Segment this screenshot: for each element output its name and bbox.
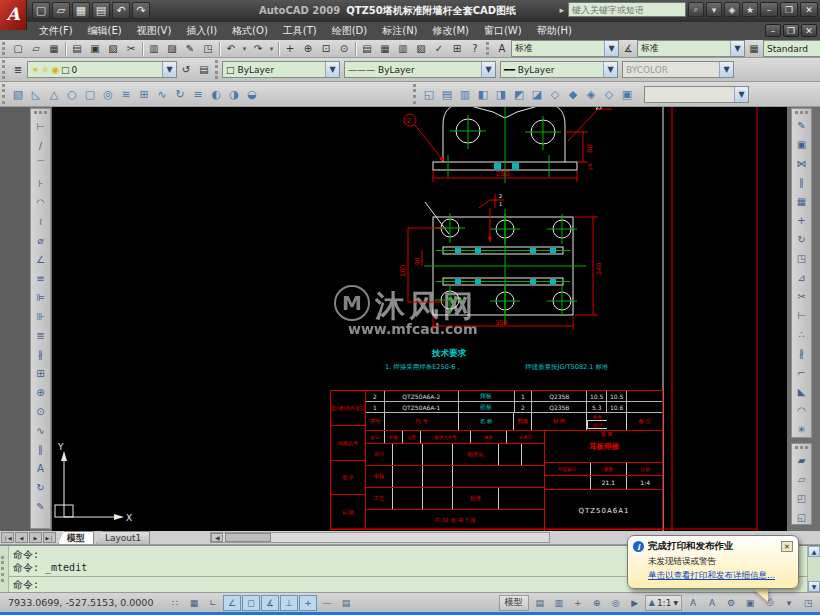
view-se-iso-icon[interactable]: ◆	[564, 86, 582, 102]
combo-arrow-icon[interactable]: ▼	[730, 41, 744, 56]
plot-button[interactable]: ▤	[68, 41, 86, 57]
doc-restore-button[interactable]: ❐	[783, 24, 799, 37]
layer-lock-icon[interactable]: ◉	[51, 65, 59, 75]
view-front-icon[interactable]: ◩	[510, 86, 528, 102]
sheet-set-manager-button[interactable]: ▧	[412, 41, 430, 57]
aligned-dimension-button[interactable]: ∕	[31, 136, 50, 155]
publish-button[interactable]: ▧	[104, 41, 122, 57]
tray-arrow-icon[interactable]: ▾	[780, 595, 798, 611]
plot-icon[interactable]: ▤	[92, 2, 110, 19]
bring-above-button[interactable]: ◰	[792, 489, 811, 508]
linear-dimension-button[interactable]: ⊢	[31, 117, 50, 136]
zoom-tool-button[interactable]: ⊕	[588, 595, 606, 611]
menu-item[interactable]: 修改(M)	[426, 22, 476, 40]
jogged-button[interactable]: ≀	[31, 212, 50, 231]
redo-icon[interactable]: ↷	[132, 2, 150, 19]
dyn-toggle[interactable]: +	[299, 595, 317, 611]
properties-button[interactable]: ▤	[358, 41, 376, 57]
menu-item[interactable]: 格式(O)	[225, 22, 275, 40]
tab-nav-button[interactable]: ▶❘	[43, 532, 56, 543]
menu-item[interactable]: 工具(T)	[276, 22, 324, 40]
tab-nav-button[interactable]: ❘◀	[1, 532, 14, 543]
doc-close-button[interactable]: ✕	[801, 24, 817, 37]
trim-button[interactable]: ✂	[792, 287, 811, 306]
undo-arrow[interactable]: ▾	[240, 41, 249, 57]
layer-freeze-sun-icon[interactable]: ☼	[41, 65, 49, 75]
extend-button[interactable]: ⊢	[792, 306, 811, 325]
layer-manager-icon[interactable]: ≣	[9, 62, 27, 78]
favorites-star-icon[interactable]: ★	[742, 2, 758, 17]
clean-screen-button[interactable]: ◳	[799, 595, 817, 611]
menu-item[interactable]: 编辑(E)	[81, 22, 129, 40]
fillet-button[interactable]: ◠	[792, 401, 811, 420]
view-left-icon[interactable]: ◧	[474, 86, 492, 102]
steering-wheel-button[interactable]: ◎	[607, 595, 625, 611]
menu-item[interactable]: 标注(N)	[375, 22, 424, 40]
grid-toggle[interactable]: ▦	[185, 595, 203, 611]
radius-button[interactable]: ◠	[31, 193, 50, 212]
combo-arrow-icon[interactable]: ▼	[603, 62, 617, 77]
dimension-text-edit-button[interactable]: A	[31, 459, 50, 478]
infocenter-search-input[interactable]	[568, 2, 686, 17]
arc-length-button[interactable]: ⌒	[31, 155, 50, 174]
copy-object-button[interactable]: ▣	[792, 135, 811, 154]
linetype-combo[interactable]: ———ByLayer▼	[344, 61, 496, 78]
rotate-button[interactable]: ↻	[792, 230, 811, 249]
toolbar-grip[interactable]	[2, 84, 7, 103]
annotation-auto-button[interactable]: A	[703, 595, 721, 611]
save-icon[interactable]: ▦	[72, 2, 90, 19]
open-icon[interactable]: ▱	[52, 2, 70, 19]
continue-button[interactable]: ⊪	[31, 307, 50, 326]
layer-previous-button[interactable]: ↺	[177, 62, 195, 78]
bring-to-front-button[interactable]: ▰	[792, 451, 811, 470]
named-views-icon[interactable]: ◱	[420, 86, 438, 102]
oblique-button[interactable]: ∥	[31, 440, 50, 459]
plot-preview-button[interactable]: ▣	[86, 41, 104, 57]
join-button[interactable]: ⌐	[792, 363, 811, 382]
save-button[interactable]: ▦	[45, 41, 63, 57]
dim-style-icon[interactable]: ∡	[619, 41, 637, 57]
union-icon[interactable]: ◐	[207, 86, 225, 102]
menu-item[interactable]: 插入(I)	[179, 22, 224, 40]
scroll-left-arrow[interactable]: ◀	[211, 533, 223, 542]
ordinate-button[interactable]: ⊦	[31, 174, 50, 193]
camera-icon[interactable]: ▣	[618, 86, 636, 102]
baseline-button[interactable]: ⊫	[31, 288, 50, 307]
markup-button[interactable]: ✓	[430, 41, 448, 57]
view-back-icon[interactable]: ◪	[528, 86, 546, 102]
show-motion-button[interactable]: ▶	[626, 595, 644, 611]
angular-button[interactable]: ∠	[31, 250, 50, 269]
search-icon[interactable]: ⌕	[688, 2, 704, 17]
diameter-button[interactable]: ⌀	[31, 231, 50, 250]
array-button[interactable]: ▦	[792, 192, 811, 211]
menu-item[interactable]: 帮助(H)	[530, 22, 579, 40]
horizontal-scrollbar[interactable]: ◀	[210, 532, 550, 543]
break-button[interactable]: ∦	[792, 344, 811, 363]
lineweight-combo[interactable]: ━━ByLayer▼	[500, 61, 618, 78]
infocenter-flyout-arrow[interactable]: ▸	[557, 5, 566, 15]
tab-layout1[interactable]: Layout1	[96, 531, 150, 544]
qp-toggle[interactable]: ▤	[337, 595, 355, 611]
restore-button[interactable]: ❐	[780, 2, 798, 17]
close-button[interactable]: ✕	[800, 2, 818, 17]
inspection-button[interactable]: ⊙	[31, 402, 50, 421]
layer-states-button[interactable]: ▤	[195, 62, 213, 78]
text-style-icon[interactable]: A	[493, 41, 511, 57]
intersect-icon[interactable]: ◒	[243, 86, 261, 102]
table-style-combo[interactable]: Standard	[763, 40, 820, 57]
match-properties-button[interactable]: ✎	[181, 41, 199, 57]
annotation-scale-button[interactable]: ▲ 1:1 ▼	[645, 595, 682, 611]
layer-on-bulb-icon[interactable]: ☀	[31, 65, 39, 75]
view-nw-iso-icon[interactable]: ◇	[600, 86, 618, 102]
box-icon[interactable]: ▧	[9, 86, 27, 102]
view-ne-iso-icon[interactable]: ◈	[582, 86, 600, 102]
zoom-realtime-button[interactable]: ⊕	[299, 41, 317, 57]
toolbar-grip[interactable]	[413, 84, 418, 103]
toolbar-grip[interactable]	[34, 111, 47, 115]
scale-button[interactable]: ◳	[792, 249, 811, 268]
menu-item[interactable]: 绘图(D)	[325, 22, 375, 40]
chamfer-button[interactable]: ◣	[792, 382, 811, 401]
paste-button[interactable]: ▨	[163, 41, 181, 57]
ortho-toggle[interactable]: ∟	[204, 595, 222, 611]
layer-color-swatch[interactable]: □	[61, 65, 70, 75]
